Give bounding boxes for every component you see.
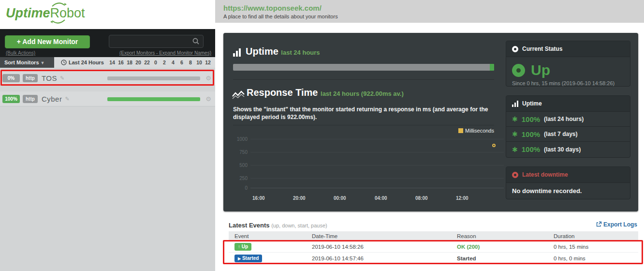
export-icon [596, 221, 602, 227]
monitor-row-cyber[interactable]: 100% http Cyber ✎ ⚙ [0, 91, 215, 106]
stat-percent: 100% [522, 130, 540, 138]
period-label[interactable]: Last 24 Hours [61, 60, 104, 65]
main-panel: Uptime last 24 hours Response Time last … [223, 33, 638, 211]
line-chart-icon [232, 90, 245, 100]
stat-label: (last 24 hours) [544, 116, 584, 122]
export-logs-link[interactable]: Export Logs [596, 221, 637, 228]
x-tick: 04:00 [375, 196, 387, 201]
bulk-actions-link[interactable]: (Bulk Actions) [6, 50, 35, 56]
column-header-duration: Duration [554, 233, 638, 239]
x-tick: 12:00 [456, 196, 468, 201]
y-tick: 500 [233, 163, 248, 168]
add-new-monitor-button[interactable]: + Add New Monitor [5, 35, 90, 48]
latest-events-subtitle: (up, down, start, pause) [271, 223, 327, 228]
latest-downtime-body: No downtime recorded. [506, 183, 630, 199]
latest-downtime-header: Latest downtime [506, 167, 630, 183]
bar-chart-icon [233, 48, 241, 57]
x-axis [250, 188, 504, 188]
bar-chart-icon [512, 101, 518, 107]
logo-area: UptimeRobot [0, 0, 215, 29]
monitor-url-link[interactable]: https://www.toponseek.com/ [223, 4, 322, 12]
stat-percent: 100% [522, 115, 540, 123]
gear-icon[interactable]: ⚙ [205, 95, 211, 103]
logo-uptime-text: Uptime [6, 6, 50, 20]
sidebar: UptimeRobot + Add New Monitor (Bulk Acti… [0, 0, 215, 271]
status-bullseye-icon [512, 46, 518, 52]
response-data-point[interactable] [492, 144, 496, 147]
starburst-icon: ✱ [512, 146, 518, 153]
monitor-status-bar [107, 76, 200, 80]
uptime-progress-bar [233, 64, 494, 71]
sort-bar: Sort Monitors ▼ Last 24 Hours 14 16 18 2… [0, 57, 215, 68]
sort-monitors-dropdown[interactable]: Sort Monitors ▼ [0, 57, 54, 68]
status-since-text: Since 0 hrs, 15 mins (2019-06-10 14:58:2… [512, 80, 624, 86]
x-tick: 20:00 [293, 196, 306, 201]
column-header-reason: Reason [457, 233, 554, 239]
uptime-percent-badge: 0% [2, 74, 20, 82]
downtime-bullseye-icon [512, 172, 518, 178]
up-status-icon [512, 64, 525, 77]
event-datetime: 2019-06-10 14:57:46 [312, 256, 457, 261]
response-time-subtitle: last 24 hours (922.00ms av.) [321, 90, 404, 97]
x-tick: 08:00 [415, 196, 428, 201]
event-reason: Started [457, 256, 554, 261]
status-text: Up [531, 62, 550, 78]
events-table-header: Event Date-Time Reason Duration [229, 231, 638, 241]
uptime-stats-panel: Uptime ✱ 100% (last 24 hours) ✱ 100% (la… [506, 95, 630, 158]
started-badge: ▶ Started [234, 255, 262, 262]
y-tick: 750 [233, 150, 248, 155]
sidebar-controls: + Add New Monitor (Bulk Actions) (Export… [0, 29, 215, 68]
monitor-type-badge: http [23, 74, 38, 82]
logo-arc-icon [47, 1, 70, 24]
timeline-bar: Last 24 Hours 14 16 18 20 22 0 2 4 6 8 1… [54, 57, 215, 68]
search-input[interactable] [109, 35, 204, 48]
monitor-row-tos[interactable]: 0% http TOS ✎ ⚙ [0, 71, 215, 86]
play-icon: ▶ [238, 256, 241, 261]
monitor-name[interactable]: TOS [42, 74, 57, 82]
up-badge: ↑ Up [234, 243, 251, 251]
edit-pencil-icon[interactable]: ✎ [65, 96, 69, 102]
export-expand-links[interactable]: (Export Monitors - Expand Monitor Names) [119, 50, 211, 56]
event-duration: 0 hrs, 0 mins [554, 256, 638, 261]
chart-legend: Milliseconds [233, 128, 494, 134]
uptime-percent-badge: 100% [2, 95, 20, 103]
event-row-up[interactable]: ↑ Up 2019-06-10 14:58:26 OK (200) 0 hrs,… [229, 241, 638, 253]
event-datetime: 2019-06-10 14:58:26 [312, 244, 457, 250]
uptime-section-subtitle: last 24 hours [281, 49, 320, 56]
stat-label: (last 7 days) [544, 131, 577, 137]
uptime-stat-row: ✱ 100% (last 24 hours) [506, 112, 630, 127]
column-header-datetime: Date-Time [312, 233, 457, 239]
current-status-body: Up Since 0 hrs, 15 mins (2019-06-10 14:5… [506, 57, 630, 87]
clock-icon [61, 60, 67, 65]
y-tick: 1000 [233, 136, 248, 142]
current-status-header: Current Status [506, 41, 630, 57]
events-table: Event Date-Time Reason Duration ↑ Up 201… [229, 231, 638, 264]
uptime-stat-row: ✱ 100% (last 7 days) [506, 127, 630, 142]
latest-events-title: Latest Events (up, down, start, pause) [229, 222, 327, 229]
chevron-down-icon: ▼ [41, 60, 45, 65]
edit-pencil-icon[interactable]: ✎ [60, 75, 64, 81]
y-tick: 250 [233, 176, 248, 181]
event-row-started[interactable]: ▶ Started 2019-06-10 14:57:46 Started 0 … [229, 253, 638, 264]
period-text: Last 24 Hours [69, 60, 104, 65]
up-arrow-icon: ↑ [238, 244, 240, 249]
monitor-status-bar [107, 97, 200, 101]
search-icon[interactable] [192, 38, 199, 45]
starburst-icon: ✱ [512, 115, 518, 123]
divider [233, 125, 494, 125]
monitor-name[interactable]: Cyber [42, 95, 62, 103]
current-status-panel: Current Status Up Since 0 hrs, 15 mins (… [506, 41, 630, 87]
y-tick: 0 [233, 185, 248, 191]
event-reason: OK (200) [457, 244, 554, 250]
uptime-section-title: Uptime last 24 hours [246, 46, 320, 57]
response-time-title: Response Time last 24 hours (922.00ms av… [247, 87, 404, 98]
monitor-type-badge: http [23, 95, 38, 103]
sort-monitors-label: Sort Monitors [4, 60, 39, 65]
stat-label: (last 30 days) [544, 146, 581, 153]
legend-swatch-icon [458, 128, 463, 133]
latest-downtime-panel: Latest downtime No downtime recorded. [506, 166, 630, 199]
x-tick: 16:00 [252, 196, 265, 201]
page-header: https://www.toponseek.com/ A place to fi… [215, 0, 644, 23]
gear-icon[interactable]: ⚙ [205, 75, 211, 82]
uptimerobot-logo[interactable]: UptimeRobot [6, 6, 85, 21]
